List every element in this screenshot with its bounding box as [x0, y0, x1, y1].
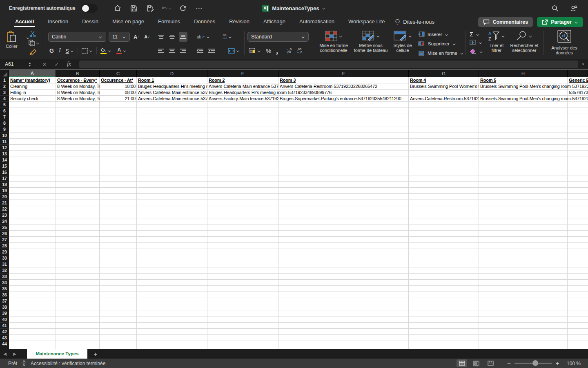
cell-H2[interactable]: Brussels-Swimming Pool-Men's changing ro…	[479, 83, 588, 90]
row-header-31[interactable]: 31	[0, 261, 9, 267]
bold-button[interactable]: G	[48, 46, 55, 56]
row-header-2[interactable]: 2	[0, 83, 9, 90]
col-header-B[interactable]: B	[56, 70, 100, 77]
row-header-8[interactable]: 8	[0, 120, 9, 126]
col-header-F[interactable]: F	[278, 70, 409, 77]
cell-B2[interactable]: 8-Week on Monday, Tue	[56, 83, 100, 90]
underline-button[interactable]: S	[65, 46, 76, 56]
row-header-22[interactable]: 22	[0, 206, 9, 212]
fill-button[interactable]	[470, 40, 482, 45]
share-button[interactable]: Partager	[537, 17, 583, 27]
row-header-32[interactable]: 32	[0, 267, 9, 274]
cell-A3[interactable]: Filling in	[9, 90, 27, 96]
row-header-7[interactable]: 7	[0, 114, 9, 120]
zoom-out-button[interactable]: −	[507, 360, 511, 367]
zoom-slider[interactable]	[514, 363, 552, 364]
row-header-4[interactable]: 4	[0, 96, 9, 102]
add-sheet-button[interactable]: +	[87, 350, 104, 357]
cell-G2[interactable]: Brussels-Swimming Pool-Women's toi	[409, 83, 479, 90]
decrease-font-icon[interactable]: Av	[143, 32, 151, 42]
formula-input[interactable]	[79, 61, 578, 68]
font-size-select[interactable]: 11	[109, 32, 130, 42]
formula-bar-expand-icon[interactable]: ▼	[581, 63, 585, 66]
paste-button[interactable]: Coller	[6, 31, 18, 49]
cell-C2[interactable]: 18:00	[100, 83, 137, 90]
fill-color-button[interactable]	[99, 46, 113, 56]
cell-D4[interactable]: Anvers-Cafeteria-Main entrance-53719	[137, 96, 207, 102]
orientation-button[interactable]: ab↗	[196, 32, 211, 42]
cell-B1[interactable]: Occurence - Every*	[56, 77, 100, 83]
row-header-10[interactable]: 10	[0, 132, 9, 139]
ribbon-tab-r-vision[interactable]: Révision	[222, 17, 256, 27]
align-bottom-icon[interactable]	[179, 32, 187, 42]
col-header-C[interactable]: C	[100, 70, 137, 77]
redo-icon[interactable]	[178, 3, 188, 13]
save-icon[interactable]	[129, 3, 139, 13]
borders-button[interactable]	[80, 46, 94, 56]
row-header-1[interactable]: 1	[0, 77, 9, 83]
cell-F1[interactable]: Room 3	[278, 77, 409, 83]
col-header-G[interactable]: G	[409, 70, 479, 77]
more-commands-icon[interactable]: ⋯	[194, 3, 205, 13]
cell-G4[interactable]: Anvers-Cafeteria-Restroom-53719233	[409, 96, 479, 102]
title-chevron-icon[interactable]	[323, 7, 325, 9]
page-layout-view-icon[interactable]	[471, 359, 481, 367]
font-color-button[interactable]: A	[115, 46, 128, 56]
cell-F4[interactable]: Bruges-Supermarket-Parking's entrance-53…	[278, 96, 403, 102]
row-header-36[interactable]: 36	[0, 292, 9, 298]
sheet-next-icon[interactable]: ▶	[10, 352, 20, 356]
ribbon-tab-insertion[interactable]: Insertion	[41, 17, 75, 27]
row-header-23[interactable]: 23	[0, 212, 9, 218]
row-header-13[interactable]: 13	[0, 151, 9, 157]
align-top-icon[interactable]	[157, 32, 165, 42]
cell-E3[interactable]: Bruges-Headquarters-Hr's meeting room-53…	[207, 90, 333, 96]
cell-B3[interactable]: 8-Week on Monday, Tue	[56, 90, 100, 96]
align-middle-icon[interactable]	[168, 32, 176, 42]
search-icon[interactable]	[550, 3, 560, 13]
row-header-43[interactable]: 43	[0, 335, 9, 341]
comma-style-button[interactable]: ,	[275, 46, 279, 56]
row-header-30[interactable]: 30	[0, 255, 9, 261]
clear-button[interactable]	[470, 49, 483, 54]
account-icon[interactable]	[568, 3, 579, 13]
analyze-data-button[interactable]: Analyser des données	[548, 30, 581, 55]
name-box[interactable]: A61	[0, 61, 27, 67]
row-header-12[interactable]: 12	[0, 145, 9, 151]
cell-A1[interactable]: Name* (mandatory)	[9, 77, 56, 83]
row-header-5[interactable]: 5	[0, 102, 9, 108]
ribbon-tab-affichage[interactable]: Affichage	[256, 17, 292, 27]
document-title[interactable]: MaintenanceTypes	[272, 5, 319, 11]
align-center-icon[interactable]	[168, 46, 176, 56]
ribbon-tab-accueil[interactable]: Accueil	[8, 17, 41, 27]
row-header-39[interactable]: 39	[0, 310, 9, 316]
row-header-16[interactable]: 16	[0, 169, 9, 175]
col-header-E[interactable]: E	[207, 70, 278, 77]
align-right-icon[interactable]	[179, 46, 187, 56]
cell-E4[interactable]: Anvers-Factory-Main terrace-5371923	[207, 96, 278, 102]
format-cells-button[interactable]: Mise en forme	[418, 50, 464, 56]
col-header-partial[interactable]	[568, 70, 588, 77]
cell-H4[interactable]: Brussels-Swimming Pool-Men's changing ro…	[479, 96, 588, 102]
insert-function-icon[interactable]: fx	[63, 61, 75, 67]
accounting-format-button[interactable]: cr	[247, 46, 262, 56]
tell-me[interactable]: Dites-le-nous	[395, 19, 434, 25]
cell-C4[interactable]: 21:00	[100, 96, 137, 102]
ribbon-tab-formules[interactable]: Formules	[151, 17, 187, 27]
number-format-select[interactable]: Standard	[247, 32, 309, 42]
cell-B4[interactable]: 8-Week on Monday, Tue	[56, 96, 100, 102]
cell-I3[interactable]: 535761736	[568, 90, 588, 96]
cell-D2[interactable]: Bruges-Headquarters-Hr's meeting roo	[137, 83, 207, 90]
increase-font-icon[interactable]: A^	[132, 32, 140, 42]
cell-A4[interactable]: Security check	[9, 96, 40, 102]
zoom-slider-thumb[interactable]	[532, 360, 538, 366]
row-header-42[interactable]: 42	[0, 329, 9, 335]
normal-view-icon[interactable]	[457, 359, 467, 367]
find-select-button[interactable]: Rechercher et sélectionner	[508, 31, 541, 53]
row-header-18[interactable]: 18	[0, 182, 9, 188]
copy-icon[interactable]	[29, 40, 40, 46]
cut-icon[interactable]	[29, 31, 36, 37]
row-header-33[interactable]: 33	[0, 274, 9, 280]
sheet-tab-active[interactable]: Maintenance Types	[27, 349, 87, 359]
row-header-21[interactable]: 21	[0, 200, 9, 206]
increase-indent-icon[interactable]	[207, 46, 216, 56]
